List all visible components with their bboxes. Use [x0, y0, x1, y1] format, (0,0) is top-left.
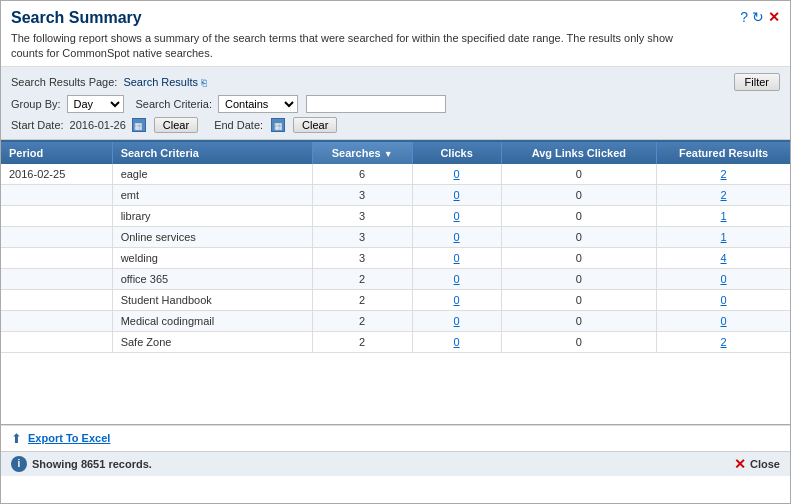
group-by-row: Group By: Day Week Month Search Criteria… — [11, 95, 780, 113]
col-header-avg-links-clicked[interactable]: Avg Links Clicked — [501, 142, 657, 164]
clicks-link[interactable]: 0 — [454, 273, 460, 285]
featured-results-link[interactable]: 2 — [720, 189, 726, 201]
cell-clicks: 0 — [412, 226, 501, 247]
help-icon[interactable]: ? — [740, 9, 748, 25]
cell-period — [1, 226, 112, 247]
refresh-icon[interactable]: ↻ — [752, 9, 764, 25]
featured-results-link[interactable]: 0 — [720, 294, 726, 306]
close-x-icon: ✕ — [734, 456, 746, 472]
cell-clicks: 0 — [412, 205, 501, 226]
title-bar-icons: ? ↻ ✕ — [740, 9, 780, 25]
search-results-row: Search Results Page: Search Results ⎗ Fi… — [11, 73, 780, 91]
cell-featured-results: 2 — [657, 184, 790, 205]
cell-avg-links: 0 — [501, 247, 657, 268]
col-header-search-criteria[interactable]: Search Criteria — [112, 142, 312, 164]
data-table: Period Search Criteria Searches ▼ Clicks… — [1, 142, 790, 353]
records-count: Showing 8651 records. — [32, 458, 152, 470]
cell-featured-results: 0 — [657, 289, 790, 310]
close-button[interactable]: ✕ Close — [734, 456, 780, 472]
clicks-link[interactable]: 0 — [454, 252, 460, 264]
col-header-period[interactable]: Period — [1, 142, 112, 164]
status-bar: i Showing 8651 records. ✕ Close — [1, 451, 790, 476]
cell-clicks: 0 — [412, 331, 501, 352]
cell-period — [1, 268, 112, 289]
cell-search-criteria: emt — [112, 184, 312, 205]
table-row: Medical codingmail2000 — [1, 310, 790, 331]
table-row: 2016-02-25eagle6002 — [1, 164, 790, 185]
featured-results-link[interactable]: 4 — [720, 252, 726, 264]
cell-searches: 3 — [312, 205, 412, 226]
clicks-link[interactable]: 0 — [454, 315, 460, 327]
cell-clicks: 0 — [412, 164, 501, 185]
cell-period — [1, 205, 112, 226]
cell-avg-links: 0 — [501, 268, 657, 289]
clicks-link[interactable]: 0 — [454, 294, 460, 306]
clicks-link[interactable]: 0 — [454, 189, 460, 201]
search-criteria-select[interactable]: Contains Starts With Equals — [218, 95, 298, 113]
cell-clicks: 0 — [412, 310, 501, 331]
cell-search-criteria: office 365 — [112, 268, 312, 289]
cell-search-criteria: Online services — [112, 226, 312, 247]
info-icon: i — [11, 456, 27, 472]
col-header-featured-results[interactable]: Featured Results — [657, 142, 790, 164]
external-link-icon: ⎗ — [201, 77, 207, 88]
cell-featured-results: 1 — [657, 226, 790, 247]
cell-period: 2016-02-25 — [1, 164, 112, 185]
clicks-link[interactable]: 0 — [454, 231, 460, 243]
featured-results-link[interactable]: 2 — [720, 336, 726, 348]
featured-results-link[interactable]: 2 — [720, 168, 726, 180]
table-row: emt3002 — [1, 184, 790, 205]
sort-desc-icon: ▼ — [384, 149, 393, 159]
featured-results-link[interactable]: 1 — [720, 210, 726, 222]
end-date-clear-button[interactable]: Clear — [293, 117, 337, 133]
page-description: The following report shows a summary of … — [11, 31, 691, 62]
cell-featured-results: 2 — [657, 331, 790, 352]
clicks-link[interactable]: 0 — [454, 210, 460, 222]
cell-searches: 6 — [312, 164, 412, 185]
end-date-calendar-icon[interactable]: ▦ — [271, 118, 285, 132]
data-table-container: Period Search Criteria Searches ▼ Clicks… — [1, 140, 790, 425]
featured-results-link[interactable]: 0 — [720, 315, 726, 327]
start-date-label: Start Date: — [11, 119, 64, 131]
start-date-calendar-icon[interactable]: ▦ — [132, 118, 146, 132]
group-by-label: Group By: — [11, 98, 61, 110]
col-header-clicks[interactable]: Clicks — [412, 142, 501, 164]
cell-search-criteria: library — [112, 205, 312, 226]
filter-button[interactable]: Filter — [734, 73, 780, 91]
close-icon[interactable]: ✕ — [768, 9, 780, 25]
status-left: i Showing 8651 records. — [11, 456, 152, 472]
cell-searches: 2 — [312, 289, 412, 310]
clicks-link[interactable]: 0 — [454, 168, 460, 180]
group-by-select[interactable]: Day Week Month — [67, 95, 124, 113]
cell-avg-links: 0 — [501, 184, 657, 205]
cell-searches: 3 — [312, 226, 412, 247]
col-header-searches[interactable]: Searches ▼ — [312, 142, 412, 164]
cell-avg-links: 0 — [501, 289, 657, 310]
table-row: welding3004 — [1, 247, 790, 268]
cell-search-criteria: welding — [112, 247, 312, 268]
cell-featured-results: 2 — [657, 164, 790, 185]
start-date-clear-button[interactable]: Clear — [154, 117, 198, 133]
cell-period — [1, 247, 112, 268]
cell-avg-links: 0 — [501, 310, 657, 331]
featured-results-link[interactable]: 0 — [720, 273, 726, 285]
bottom-bar: ⬆ Export To Excel — [1, 425, 790, 451]
cell-searches: 3 — [312, 184, 412, 205]
export-to-excel-link[interactable]: Export To Excel — [28, 432, 110, 444]
criteria-input[interactable] — [306, 95, 446, 113]
end-date-label: End Date: — [214, 119, 263, 131]
cell-featured-results: 4 — [657, 247, 790, 268]
featured-results-link[interactable]: 1 — [720, 231, 726, 243]
cell-searches: 2 — [312, 331, 412, 352]
close-label: Close — [750, 458, 780, 470]
search-results-value: Search Results ⎗ — [123, 76, 207, 88]
cell-search-criteria: Medical codingmail — [112, 310, 312, 331]
cell-featured-results: 0 — [657, 310, 790, 331]
clicks-link[interactable]: 0 — [454, 336, 460, 348]
cell-period — [1, 184, 112, 205]
search-criteria-label: Search Criteria: — [136, 98, 212, 110]
date-row: Start Date: 2016-01-26 ▦ Clear End Date:… — [11, 117, 780, 133]
cell-searches: 2 — [312, 268, 412, 289]
cell-period — [1, 331, 112, 352]
start-date-value: 2016-01-26 — [70, 119, 126, 131]
